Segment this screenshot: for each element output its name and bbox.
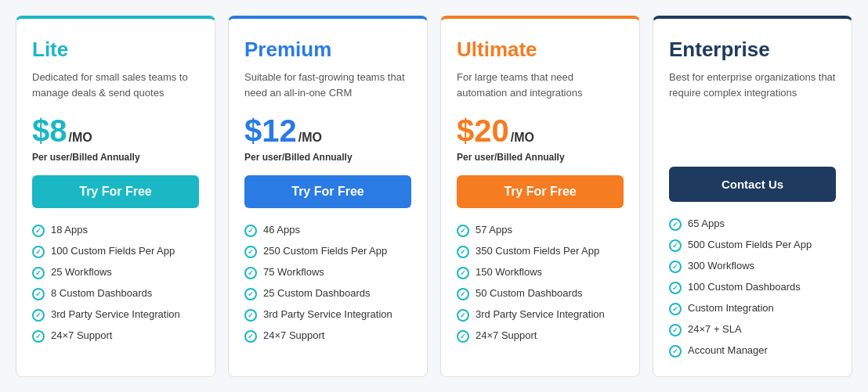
plan-card-enterprise: EnterpriseBest for enterprise organizati… xyxy=(653,16,852,377)
check-icon: ✓ xyxy=(244,330,257,343)
check-icon: ✓ xyxy=(669,282,682,294)
check-icon: ✓ xyxy=(457,288,469,300)
list-item: ✓350 Custom Fields Per App xyxy=(457,245,624,258)
price-amount-premium: $12 xyxy=(244,113,297,149)
feature-text: 46 Apps xyxy=(263,224,300,236)
check-icon: ✓ xyxy=(669,345,682,358)
plan-desc-ultimate: For large teams that need automation and… xyxy=(457,70,624,101)
check-icon: ✓ xyxy=(32,309,45,322)
feature-list-premium: ✓46 Apps✓250 Custom Fields Per App✓75 Wo… xyxy=(244,224,411,343)
list-item: ✓100 Custom Fields Per App xyxy=(32,245,199,258)
feature-text: 500 Custom Fields Per App xyxy=(688,239,812,250)
list-item: ✓3rd Party Service Integration xyxy=(244,308,411,322)
list-item: ✓75 Workflows xyxy=(244,266,411,279)
list-item: ✓24×7 Support xyxy=(244,329,411,343)
check-icon: ✓ xyxy=(244,225,257,237)
feature-list-lite: ✓18 Apps✓100 Custom Fields Per App✓25 Wo… xyxy=(32,224,199,343)
feature-text: 3rd Party Service Integration xyxy=(476,308,605,320)
price-amount-lite: $8 xyxy=(32,113,67,149)
plan-desc-premium: Suitable for fast-growing teams that nee… xyxy=(244,70,411,101)
cta-button-enterprise[interactable]: Contact Us xyxy=(669,167,836,202)
list-item: ✓65 Apps xyxy=(669,218,836,231)
check-icon: ✓ xyxy=(244,246,257,258)
list-item: ✓300 Workflows xyxy=(669,260,836,273)
plan-desc-enterprise: Best for enterprise organizations that r… xyxy=(669,70,836,101)
list-item: ✓24×7 + SLA xyxy=(669,323,836,336)
billing-label-lite: Per user/Billed Annually xyxy=(32,152,199,163)
feature-text: 8 Custom Dashboards xyxy=(51,287,152,299)
check-icon: ✓ xyxy=(457,246,469,258)
feature-text: Custom Integration xyxy=(688,302,774,314)
check-icon: ✓ xyxy=(244,288,257,300)
billing-label-premium: Per user/Billed Annually xyxy=(244,152,411,163)
feature-text: 65 Apps xyxy=(688,218,725,229)
feature-text: 300 Workflows xyxy=(688,260,754,272)
check-icon: ✓ xyxy=(32,225,45,237)
feature-text: 25 Custom Dashboards xyxy=(263,287,371,299)
feature-text: 3rd Party Service Integration xyxy=(263,308,392,320)
check-icon: ✓ xyxy=(669,239,682,252)
plan-card-lite: LiteDedicated for small sales teams to m… xyxy=(16,16,215,377)
plan-name-ultimate: Ultimate xyxy=(457,38,624,62)
list-item: ✓25 Custom Dashboards xyxy=(244,287,411,300)
plan-desc-lite: Dedicated for small sales teams to manag… xyxy=(32,70,199,101)
plan-card-ultimate: UltimateFor large teams that need automa… xyxy=(440,16,640,377)
plan-name-lite: Lite xyxy=(32,38,199,62)
list-item: ✓Account Manager xyxy=(669,344,836,358)
check-icon: ✓ xyxy=(244,309,257,322)
feature-text: Account Manager xyxy=(688,344,768,356)
cta-button-premium[interactable]: Try For Free xyxy=(244,175,411,208)
check-icon: ✓ xyxy=(457,267,469,279)
list-item: ✓100 Custom Dashboards xyxy=(669,281,836,294)
feature-text: 250 Custom Fields Per App xyxy=(263,245,387,257)
list-item: ✓24×7 Support xyxy=(457,329,624,343)
check-icon: ✓ xyxy=(669,303,682,315)
list-item: ✓500 Custom Fields Per App xyxy=(669,239,836,252)
plan-name-premium: Premium xyxy=(244,38,411,62)
price-row-ultimate: $20/MO xyxy=(457,113,624,149)
list-item: ✓3rd Party Service Integration xyxy=(457,308,624,322)
feature-text: 350 Custom Fields Per App xyxy=(476,245,599,257)
feature-list-enterprise: ✓65 Apps✓500 Custom Fields Per App✓300 W… xyxy=(669,218,836,358)
feature-text: 3rd Party Service Integration xyxy=(51,308,180,320)
check-icon: ✓ xyxy=(244,267,257,279)
price-period-premium: /MO xyxy=(298,131,322,145)
check-icon: ✓ xyxy=(32,288,45,300)
check-icon: ✓ xyxy=(669,218,682,231)
plan-card-premium: PremiumSuitable for fast-growing teams t… xyxy=(228,16,428,377)
check-icon: ✓ xyxy=(32,246,45,258)
price-row-premium: $12/MO xyxy=(244,113,411,149)
feature-text: 24×7 Support xyxy=(51,329,112,341)
list-item: ✓57 Apps xyxy=(457,224,624,237)
check-icon: ✓ xyxy=(457,330,469,343)
check-icon: ✓ xyxy=(32,330,45,343)
feature-text: 24×7 Support xyxy=(263,329,324,341)
feature-text: 100 Custom Fields Per App xyxy=(51,245,175,257)
enterprise-price-placeholder xyxy=(669,113,836,160)
list-item: ✓3rd Party Service Integration xyxy=(32,308,199,322)
feature-text: 75 Workflows xyxy=(263,266,324,278)
price-period-lite: /MO xyxy=(69,131,92,145)
feature-text: 100 Custom Dashboards xyxy=(688,281,801,293)
list-item: ✓Custom Integration xyxy=(669,302,836,315)
list-item: ✓18 Apps xyxy=(32,224,199,237)
cta-button-ultimate[interactable]: Try For Free xyxy=(457,175,624,208)
cta-button-lite[interactable]: Try For Free xyxy=(32,175,199,208)
feature-text: 24×7 Support xyxy=(476,329,537,341)
check-icon: ✓ xyxy=(669,261,682,273)
list-item: ✓150 Workflows xyxy=(457,266,624,279)
pricing-grid: LiteDedicated for small sales teams to m… xyxy=(16,16,852,377)
list-item: ✓8 Custom Dashboards xyxy=(32,287,199,300)
feature-text: 50 Custom Dashboards xyxy=(476,287,583,299)
feature-text: 150 Workflows xyxy=(476,266,542,278)
plan-name-enterprise: Enterprise xyxy=(669,38,836,62)
billing-label-ultimate: Per user/Billed Annually xyxy=(457,152,624,163)
check-icon: ✓ xyxy=(457,225,469,237)
feature-text: 25 Workflows xyxy=(51,266,112,278)
feature-text: 18 Apps xyxy=(51,224,88,236)
list-item: ✓250 Custom Fields Per App xyxy=(244,245,411,258)
check-icon: ✓ xyxy=(457,309,469,322)
price-period-ultimate: /MO xyxy=(511,131,534,145)
price-row-lite: $8/MO xyxy=(32,113,199,149)
feature-text: 24×7 + SLA xyxy=(688,323,742,335)
